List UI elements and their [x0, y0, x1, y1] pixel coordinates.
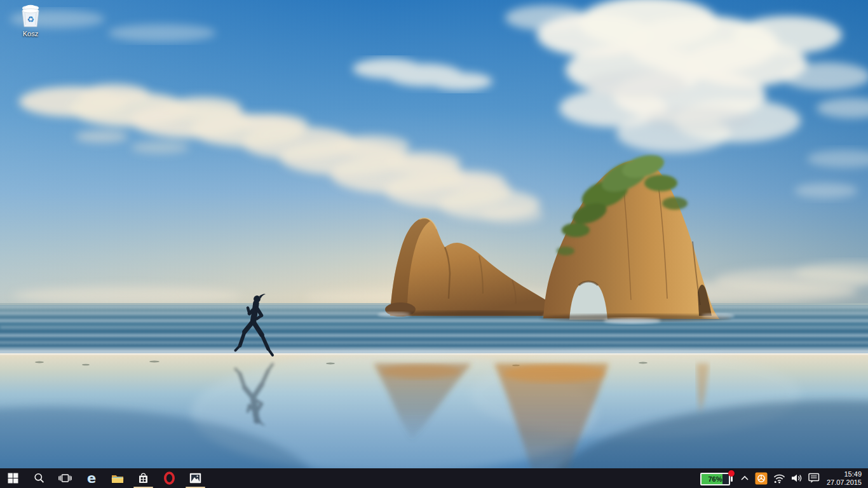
orange-wheel-app-icon — [755, 472, 768, 485]
recycle-bin-icon: ♻ — [17, 4, 44, 29]
opera-o-icon — [163, 471, 175, 485]
taskbar: e — [0, 468, 868, 488]
battery-nub — [731, 476, 733, 482]
taskbar-button-photos[interactable] — [182, 468, 208, 488]
windows-logo-icon — [8, 473, 18, 484]
chevron-up-icon — [740, 475, 749, 481]
taskbar-button-start[interactable] — [0, 468, 26, 488]
speaker-icon — [791, 473, 803, 483]
store-bag-icon — [138, 472, 149, 484]
taskbar-button-task-view[interactable] — [52, 468, 78, 488]
notification-bubble-icon — [808, 473, 820, 484]
taskbar-buttons: e — [0, 468, 208, 488]
battery-percent-text: 76% — [700, 473, 730, 485]
wallpaper-beach-scene — [0, 0, 868, 488]
photos-image-icon — [189, 473, 201, 484]
taskbar-button-edge[interactable]: e — [78, 468, 104, 488]
volume-button[interactable] — [791, 473, 803, 483]
taskbar-button-search[interactable] — [26, 468, 52, 488]
taskbar-button-file-explorer[interactable] — [104, 468, 130, 488]
clock-time: 15:49 — [827, 470, 862, 478]
network-button[interactable] — [773, 473, 785, 484]
clock-date: 27.07.2015 — [827, 478, 862, 487]
task-view-icon — [58, 473, 72, 483]
folder-icon — [111, 473, 124, 484]
wifi-icon — [773, 473, 785, 484]
tray-app-orange-button[interactable] — [755, 472, 768, 485]
edge-e-icon: e — [85, 471, 98, 485]
recycle-bin-label: Kosz — [23, 30, 38, 37]
svg-text:♻: ♻ — [27, 15, 34, 24]
battery-indicator[interactable]: 76% — [700, 471, 735, 486]
recycle-bin-desktop-icon[interactable]: ♻ Kosz — [10, 4, 51, 37]
taskbar-button-opera[interactable] — [156, 468, 182, 488]
svg-text:e: e — [86, 471, 95, 485]
action-center-button[interactable] — [808, 473, 820, 484]
system-tray: 76% — [700, 468, 868, 488]
show-hidden-icons-button[interactable] — [740, 475, 749, 481]
taskbar-button-store[interactable] — [130, 468, 156, 488]
search-icon — [34, 473, 44, 484]
battery-alert-dot — [728, 470, 735, 477]
taskbar-clock[interactable]: 15:49 27.07.2015 — [825, 470, 862, 486]
